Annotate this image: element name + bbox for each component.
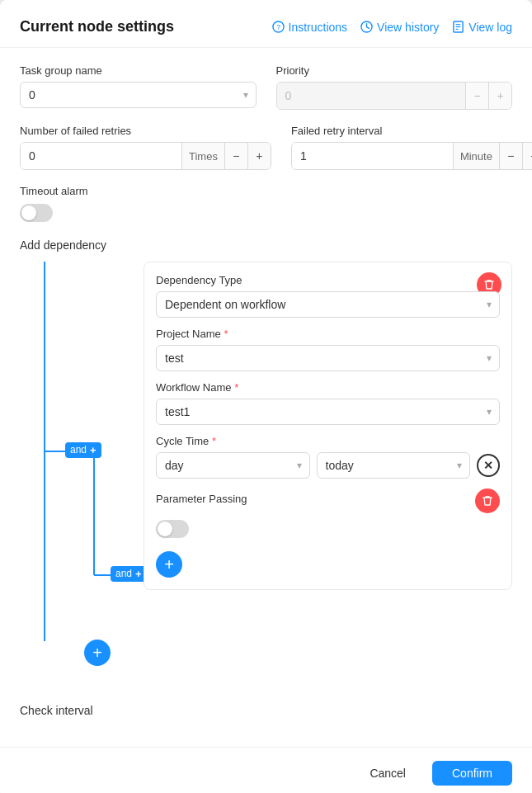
add-dependency-label: Add dependency (20, 238, 512, 252)
project-name-required: * (224, 328, 228, 340)
priority-stepper: − + (276, 82, 513, 110)
retry-interval-group: Failed retry interval Minute − + (291, 125, 532, 170)
add-node-button-container: + (84, 636, 111, 666)
view-log-link[interactable]: View log (452, 21, 512, 34)
dependency-cards: Dependency Type Dependent on workflow ▾ (144, 262, 512, 605)
check-interval-label: Check interval (20, 704, 512, 717)
priority-group: Priority − + (276, 64, 513, 110)
minute-unit: Minute (453, 143, 499, 169)
dep-type-select[interactable]: Dependent on workflow (156, 291, 500, 318)
retries-plus-button[interactable]: + (247, 143, 271, 169)
question-circle-icon: ? (272, 21, 285, 33)
retry-interval-stepper: Minute − + (291, 142, 532, 170)
view-log-label: View log (468, 21, 512, 34)
cycle-day-select[interactable]: day week month (156, 452, 310, 479)
add-node-button[interactable]: + (84, 640, 111, 666)
retries-interval-row: Number of failed retries Times − + Faile… (20, 125, 512, 170)
task-group-name-select-wrapper: 0 ▾ (20, 82, 257, 108)
timeout-alarm-knob (21, 205, 36, 220)
parameter-passing-delete-button[interactable] (475, 489, 500, 513)
cycle-today-select[interactable]: today yesterday (317, 452, 471, 479)
instructions-link[interactable]: ? Instructions (272, 21, 348, 34)
dependency-section: Add dependency (20, 238, 512, 717)
dep-type-label: Dependency Type (156, 274, 500, 286)
workflow-name-required: * (234, 381, 238, 394)
and-badge-2[interactable]: and + (111, 565, 147, 582)
cycle-time-clear-button[interactable]: ✕ (477, 454, 500, 477)
timeout-alarm-group: Timeout alarm (20, 185, 512, 222)
dependency-tree: and + and + + (20, 262, 512, 691)
clock-icon (360, 21, 373, 33)
and-badge-1-plus-icon: + (90, 444, 97, 456)
add-dep-field-plus-icon: + (164, 555, 174, 574)
modal-title: Current node settings (20, 18, 174, 35)
tree-lines-container: and + and + + (20, 262, 144, 691)
interval-plus-button[interactable]: + (522, 143, 532, 169)
priority-label: Priority (276, 64, 513, 77)
and-badge-2-plus-icon: + (135, 568, 142, 580)
tree-svg (20, 262, 144, 691)
parameter-passing-label: Parameter Passing (156, 493, 247, 505)
current-node-settings-modal: Current node settings ? Instructions Vie… (0, 0, 532, 793)
project-name-select[interactable]: test (156, 345, 500, 371)
times-unit: Times (181, 143, 224, 169)
cycle-time-field: Cycle Time * day week month (156, 435, 500, 479)
cycle-day-select-wrapper: day week month ▾ (156, 452, 310, 479)
dependency-card-1: Dependency Type Dependent on workflow ▾ (144, 262, 512, 590)
parameter-passing-toggle[interactable] (156, 520, 189, 538)
parameter-passing-knob (158, 522, 172, 536)
close-icon: ✕ (483, 459, 493, 472)
dep-type-select-wrapper: Dependent on workflow ▾ (156, 291, 500, 318)
svg-text:?: ? (276, 23, 280, 31)
instructions-label: Instructions (289, 21, 348, 34)
task-group-name-select[interactable]: 0 (20, 82, 257, 108)
confirm-button[interactable]: Confirm (432, 761, 512, 786)
workflow-name-select-wrapper: test1 ▾ (156, 399, 500, 425)
add-dep-field-button[interactable]: + (156, 551, 182, 578)
view-history-label: View history (377, 21, 439, 34)
parameter-passing-field: Parameter Passing (156, 489, 500, 538)
parameter-passing-header: Parameter Passing (156, 489, 500, 513)
retry-interval-label: Failed retry interval (291, 125, 532, 137)
failed-retries-input[interactable] (21, 143, 181, 169)
cancel-button[interactable]: Cancel (353, 761, 422, 786)
project-name-select-wrapper: test ▾ (156, 345, 500, 371)
file-text-icon (452, 21, 464, 33)
task-priority-row: Task group name 0 ▾ Priority − + (20, 64, 512, 110)
workflow-name-field: Workflow Name * test1 ▾ (156, 381, 500, 425)
dep-type-field: Dependency Type Dependent on workflow ▾ (156, 274, 500, 318)
modal-footer: Cancel Confirm (0, 747, 532, 793)
failed-retries-stepper: Times − + (20, 142, 271, 170)
failed-retries-group: Number of failed retries Times − + (20, 125, 271, 170)
retries-minus-button[interactable]: − (224, 143, 247, 169)
task-group-name-label: Task group name (20, 64, 257, 77)
and-badge-1[interactable]: and + (65, 441, 101, 458)
delete-icon-1 (483, 279, 495, 290)
header-actions: ? Instructions View history View log (272, 21, 512, 34)
cycle-today-select-wrapper: today yesterday ▾ (317, 452, 471, 479)
failed-retries-label: Number of failed retries (20, 125, 271, 137)
cycle-time-required: * (212, 435, 216, 447)
priority-input (277, 83, 466, 109)
view-history-link[interactable]: View history (360, 21, 439, 34)
priority-plus-button[interactable]: + (488, 83, 511, 109)
workflow-name-label: Workflow Name * (156, 381, 500, 394)
cycle-time-row: day week month ▾ today yesterd (156, 452, 500, 479)
and-badge-2-label: and (115, 568, 132, 579)
workflow-name-select[interactable]: test1 (156, 399, 500, 425)
modal-header: Current node settings ? Instructions Vie… (0, 0, 532, 48)
priority-minus-button[interactable]: − (465, 83, 488, 109)
cycle-time-label: Cycle Time * (156, 435, 500, 447)
modal-body: Task group name 0 ▾ Priority − + (0, 48, 532, 747)
delete-icon-2 (482, 495, 493, 507)
add-dep-field-button-container: + (156, 551, 500, 578)
add-node-plus-icon: + (92, 644, 102, 663)
retry-interval-input[interactable] (292, 143, 453, 169)
project-name-field: Project Name * test ▾ (156, 328, 500, 371)
timeout-alarm-toggle[interactable] (20, 204, 53, 222)
project-name-label: Project Name * (156, 328, 500, 340)
interval-minus-button[interactable]: − (499, 143, 522, 169)
task-group-name-group: Task group name 0 ▾ (20, 64, 257, 110)
timeout-alarm-label: Timeout alarm (20, 185, 512, 197)
and-badge-1-label: and (70, 444, 87, 456)
